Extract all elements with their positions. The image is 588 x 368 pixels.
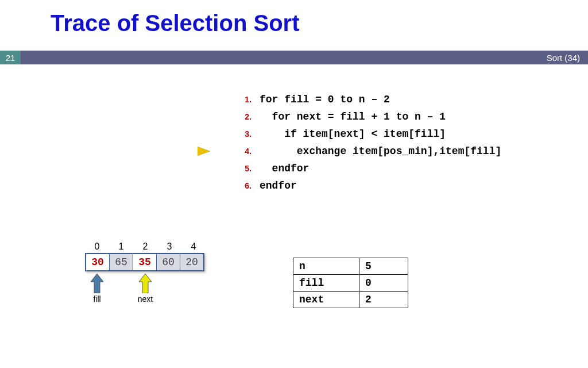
next-pointer: next: [133, 274, 157, 304]
array-cell: 60: [157, 254, 180, 270]
code-line: 5. endfor: [224, 160, 501, 177]
array-index: 2: [133, 241, 157, 252]
pseudocode-block: 1.for fill = 0 to n – 22. for next = fil…: [224, 91, 501, 194]
code-line-number: 5.: [224, 160, 252, 177]
code-line-text: for fill = 0 to n – 2: [260, 91, 390, 108]
up-arrow-icon: [139, 274, 152, 293]
array-cell-row: 3065356020: [85, 253, 204, 271]
fill-pointer-label: fill: [85, 294, 109, 304]
state-key: next: [293, 292, 359, 308]
array-visualization: 01234 3065356020 fillnext: [85, 241, 206, 308]
state-table: n5fill0next2: [293, 258, 408, 308]
code-line-text: exchange item[pos_min],item[fill]: [260, 143, 501, 160]
slide-number-badge: 21: [0, 51, 21, 64]
array-index: 0: [85, 241, 109, 252]
code-line-number: 4.: [224, 143, 252, 160]
state-value: 0: [359, 275, 408, 292]
table-row: n5: [293, 258, 408, 275]
table-row: fill0: [293, 275, 408, 292]
code-line-number: 3.: [224, 125, 252, 143]
state-key: n: [293, 258, 359, 275]
code-line-number: 2.: [224, 108, 252, 125]
array-index-row: 01234: [85, 241, 206, 253]
array-cell: 30: [86, 254, 110, 270]
current-line-arrow-icon: [198, 147, 210, 156]
code-line-text: if item[next] < item[fill]: [260, 125, 446, 143]
code-line: 1.for fill = 0 to n – 2: [224, 91, 501, 108]
array-index: 1: [109, 241, 133, 252]
array-pointer-row: fillnext: [85, 274, 206, 308]
code-line-number: 1.: [224, 91, 252, 108]
next-pointer-label: next: [133, 294, 157, 304]
code-line: 6.endfor: [224, 177, 501, 194]
slide-title: Trace of Selection Sort: [51, 10, 299, 36]
state-value: 2: [359, 292, 408, 308]
code-line-text: endfor: [260, 177, 297, 194]
array-cell: 20: [180, 254, 203, 270]
state-key: fill: [293, 275, 359, 292]
code-line-number: 6.: [224, 177, 252, 194]
array-cell: 35: [133, 254, 157, 270]
up-arrow-icon: [91, 274, 103, 293]
array-cell: 65: [110, 254, 133, 270]
array-index: 4: [181, 241, 206, 252]
bar-right-label: Sort (34): [547, 53, 580, 63]
code-line-text: endfor: [260, 160, 309, 177]
table-row: next2: [293, 292, 408, 308]
code-line: 3. if item[next] < item[fill]: [224, 125, 501, 143]
header-bar: 21 Sort (34): [0, 51, 588, 64]
code-line: 2. for next = fill + 1 to n – 1: [224, 108, 501, 125]
fill-pointer: fill: [85, 274, 109, 304]
code-line-text: for next = fill + 1 to n – 1: [260, 108, 446, 125]
code-line: 4. exchange item[pos_min],item[fill]: [224, 143, 501, 160]
state-value: 5: [359, 258, 408, 275]
array-index: 3: [157, 241, 181, 252]
